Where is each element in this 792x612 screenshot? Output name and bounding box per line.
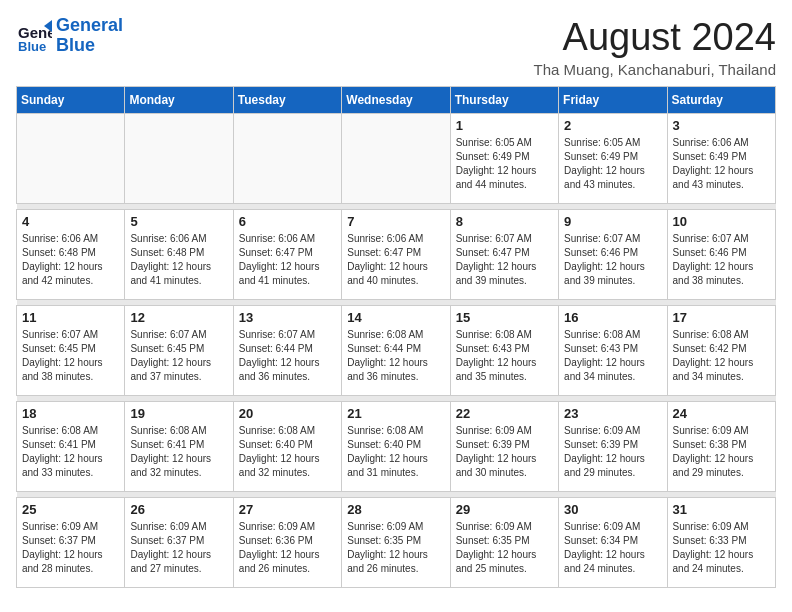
calendar-day: 14Sunrise: 6:08 AM Sunset: 6:44 PM Dayli…	[342, 306, 450, 396]
day-info: Sunrise: 6:06 AM Sunset: 6:47 PM Dayligh…	[347, 232, 444, 288]
day-info: Sunrise: 6:09 AM Sunset: 6:38 PM Dayligh…	[673, 424, 770, 480]
day-number: 31	[673, 502, 770, 517]
day-info: Sunrise: 6:08 AM Sunset: 6:43 PM Dayligh…	[564, 328, 661, 384]
day-info: Sunrise: 6:09 AM Sunset: 6:37 PM Dayligh…	[22, 520, 119, 576]
day-number: 14	[347, 310, 444, 325]
calendar-day: 22Sunrise: 6:09 AM Sunset: 6:39 PM Dayli…	[450, 402, 558, 492]
day-number: 20	[239, 406, 336, 421]
calendar-day: 13Sunrise: 6:07 AM Sunset: 6:44 PM Dayli…	[233, 306, 341, 396]
calendar-day: 16Sunrise: 6:08 AM Sunset: 6:43 PM Dayli…	[559, 306, 667, 396]
calendar-day: 18Sunrise: 6:08 AM Sunset: 6:41 PM Dayli…	[17, 402, 125, 492]
calendar-day: 20Sunrise: 6:08 AM Sunset: 6:40 PM Dayli…	[233, 402, 341, 492]
day-number: 19	[130, 406, 227, 421]
day-number: 24	[673, 406, 770, 421]
day-number: 11	[22, 310, 119, 325]
calendar-day: 4Sunrise: 6:06 AM Sunset: 6:48 PM Daylig…	[17, 210, 125, 300]
day-info: Sunrise: 6:06 AM Sunset: 6:49 PM Dayligh…	[673, 136, 770, 192]
day-info: Sunrise: 6:09 AM Sunset: 6:35 PM Dayligh…	[456, 520, 553, 576]
header-day: Saturday	[667, 87, 775, 114]
calendar-day: 30Sunrise: 6:09 AM Sunset: 6:34 PM Dayli…	[559, 498, 667, 588]
day-number: 17	[673, 310, 770, 325]
calendar-day	[17, 114, 125, 204]
day-number: 30	[564, 502, 661, 517]
title-block: August 2024 Tha Muang, Kanchanaburi, Tha…	[534, 16, 776, 78]
calendar-table: SundayMondayTuesdayWednesdayThursdayFrid…	[16, 86, 776, 588]
calendar-day: 2Sunrise: 6:05 AM Sunset: 6:49 PM Daylig…	[559, 114, 667, 204]
calendar-header: SundayMondayTuesdayWednesdayThursdayFrid…	[17, 87, 776, 114]
day-info: Sunrise: 6:07 AM Sunset: 6:44 PM Dayligh…	[239, 328, 336, 384]
calendar-day: 3Sunrise: 6:06 AM Sunset: 6:49 PM Daylig…	[667, 114, 775, 204]
calendar-day: 29Sunrise: 6:09 AM Sunset: 6:35 PM Dayli…	[450, 498, 558, 588]
calendar-day: 24Sunrise: 6:09 AM Sunset: 6:38 PM Dayli…	[667, 402, 775, 492]
calendar-week: 11Sunrise: 6:07 AM Sunset: 6:45 PM Dayli…	[17, 306, 776, 396]
day-info: Sunrise: 6:07 AM Sunset: 6:46 PM Dayligh…	[673, 232, 770, 288]
location-title: Tha Muang, Kanchanaburi, Thailand	[534, 61, 776, 78]
day-number: 1	[456, 118, 553, 133]
calendar-day: 6Sunrise: 6:06 AM Sunset: 6:47 PM Daylig…	[233, 210, 341, 300]
day-number: 12	[130, 310, 227, 325]
day-number: 29	[456, 502, 553, 517]
day-number: 26	[130, 502, 227, 517]
calendar-body: 1Sunrise: 6:05 AM Sunset: 6:49 PM Daylig…	[17, 114, 776, 588]
calendar-day: 17Sunrise: 6:08 AM Sunset: 6:42 PM Dayli…	[667, 306, 775, 396]
header-day: Monday	[125, 87, 233, 114]
day-number: 16	[564, 310, 661, 325]
calendar-day: 8Sunrise: 6:07 AM Sunset: 6:47 PM Daylig…	[450, 210, 558, 300]
page-header: General Blue General Blue August 2024 Th…	[16, 16, 776, 78]
day-info: Sunrise: 6:09 AM Sunset: 6:34 PM Dayligh…	[564, 520, 661, 576]
calendar-day: 15Sunrise: 6:08 AM Sunset: 6:43 PM Dayli…	[450, 306, 558, 396]
day-info: Sunrise: 6:09 AM Sunset: 6:35 PM Dayligh…	[347, 520, 444, 576]
day-info: Sunrise: 6:09 AM Sunset: 6:39 PM Dayligh…	[456, 424, 553, 480]
day-number: 2	[564, 118, 661, 133]
day-info: Sunrise: 6:05 AM Sunset: 6:49 PM Dayligh…	[564, 136, 661, 192]
header-day: Sunday	[17, 87, 125, 114]
day-number: 25	[22, 502, 119, 517]
svg-text:Blue: Blue	[18, 39, 46, 54]
logo-blue: Blue	[56, 35, 95, 55]
day-number: 7	[347, 214, 444, 229]
calendar-day: 31Sunrise: 6:09 AM Sunset: 6:33 PM Dayli…	[667, 498, 775, 588]
day-info: Sunrise: 6:08 AM Sunset: 6:43 PM Dayligh…	[456, 328, 553, 384]
calendar-day: 7Sunrise: 6:06 AM Sunset: 6:47 PM Daylig…	[342, 210, 450, 300]
calendar-day	[342, 114, 450, 204]
day-info: Sunrise: 6:08 AM Sunset: 6:41 PM Dayligh…	[22, 424, 119, 480]
calendar-day: 28Sunrise: 6:09 AM Sunset: 6:35 PM Dayli…	[342, 498, 450, 588]
day-info: Sunrise: 6:06 AM Sunset: 6:48 PM Dayligh…	[22, 232, 119, 288]
header-day: Tuesday	[233, 87, 341, 114]
logo-icon: General Blue	[16, 18, 52, 54]
calendar-day	[125, 114, 233, 204]
day-info: Sunrise: 6:05 AM Sunset: 6:49 PM Dayligh…	[456, 136, 553, 192]
calendar-day: 21Sunrise: 6:08 AM Sunset: 6:40 PM Dayli…	[342, 402, 450, 492]
day-number: 4	[22, 214, 119, 229]
day-number: 28	[347, 502, 444, 517]
calendar-week: 1Sunrise: 6:05 AM Sunset: 6:49 PM Daylig…	[17, 114, 776, 204]
calendar-day: 10Sunrise: 6:07 AM Sunset: 6:46 PM Dayli…	[667, 210, 775, 300]
day-number: 22	[456, 406, 553, 421]
day-number: 27	[239, 502, 336, 517]
calendar-day: 12Sunrise: 6:07 AM Sunset: 6:45 PM Dayli…	[125, 306, 233, 396]
day-info: Sunrise: 6:09 AM Sunset: 6:33 PM Dayligh…	[673, 520, 770, 576]
day-info: Sunrise: 6:08 AM Sunset: 6:40 PM Dayligh…	[347, 424, 444, 480]
calendar-day: 23Sunrise: 6:09 AM Sunset: 6:39 PM Dayli…	[559, 402, 667, 492]
day-info: Sunrise: 6:09 AM Sunset: 6:37 PM Dayligh…	[130, 520, 227, 576]
day-number: 10	[673, 214, 770, 229]
day-info: Sunrise: 6:07 AM Sunset: 6:45 PM Dayligh…	[22, 328, 119, 384]
calendar-week: 4Sunrise: 6:06 AM Sunset: 6:48 PM Daylig…	[17, 210, 776, 300]
day-info: Sunrise: 6:07 AM Sunset: 6:46 PM Dayligh…	[564, 232, 661, 288]
header-day: Thursday	[450, 87, 558, 114]
day-number: 3	[673, 118, 770, 133]
day-info: Sunrise: 6:08 AM Sunset: 6:44 PM Dayligh…	[347, 328, 444, 384]
logo-text: General Blue	[56, 16, 123, 56]
day-number: 13	[239, 310, 336, 325]
day-info: Sunrise: 6:06 AM Sunset: 6:48 PM Dayligh…	[130, 232, 227, 288]
day-number: 21	[347, 406, 444, 421]
day-info: Sunrise: 6:07 AM Sunset: 6:47 PM Dayligh…	[456, 232, 553, 288]
day-number: 18	[22, 406, 119, 421]
header-day: Wednesday	[342, 87, 450, 114]
calendar-day: 9Sunrise: 6:07 AM Sunset: 6:46 PM Daylig…	[559, 210, 667, 300]
calendar-day: 1Sunrise: 6:05 AM Sunset: 6:49 PM Daylig…	[450, 114, 558, 204]
day-info: Sunrise: 6:08 AM Sunset: 6:40 PM Dayligh…	[239, 424, 336, 480]
calendar-day: 19Sunrise: 6:08 AM Sunset: 6:41 PM Dayli…	[125, 402, 233, 492]
calendar-day: 27Sunrise: 6:09 AM Sunset: 6:36 PM Dayli…	[233, 498, 341, 588]
day-info: Sunrise: 6:09 AM Sunset: 6:36 PM Dayligh…	[239, 520, 336, 576]
